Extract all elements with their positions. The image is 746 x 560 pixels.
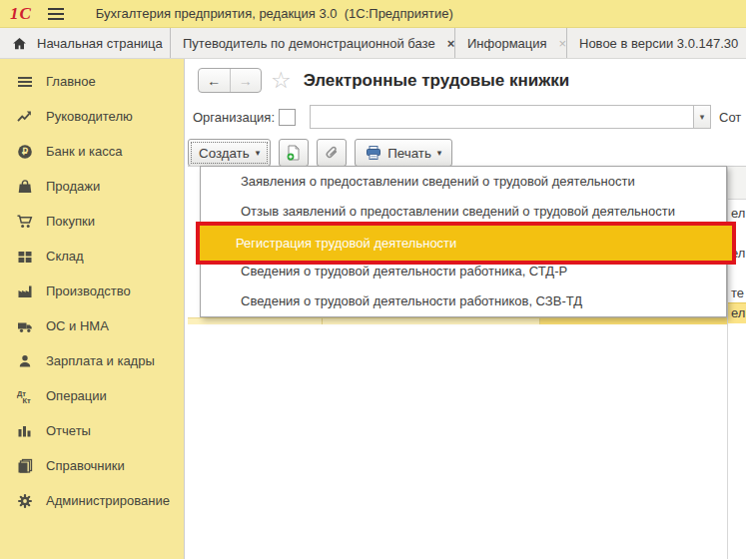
tab-home-page[interactable]: Начальная страница [0,28,170,58]
reference-books-icon [16,458,34,474]
tab-label: Путеводитель по демонстрационной базе [183,36,435,51]
sidebar-item-bank-cash[interactable]: ₽ Банк и касса [0,134,184,169]
tab-bar: Начальная страница Путеводитель по демон… [0,28,746,59]
warehouse-grid-icon [16,249,34,265]
menu-lines-icon [16,74,34,90]
organization-combo: ▾ [310,105,711,129]
selected-row-bottom-strip [188,317,727,324]
sidebar-item-directories[interactable]: Справочники [0,448,184,483]
sidebar-item-reports[interactable]: Отчеты [0,413,184,448]
title-bar: 1С Бухгалтерия предприятия, редакция 3.0… [0,0,746,28]
tab-label: Новое в версии 3.0.147.30 [579,36,738,51]
form-electronic-work-books: ← → ☆ Электронные трудовые книжки Органи… [185,59,746,559]
menu-item-szv-td[interactable]: Сведения о трудовой деятельности работни… [201,286,726,316]
sidebar-item-operations[interactable]: ДтКт Операции [0,378,184,413]
sidebar-item-sales[interactable]: Продажи [0,169,184,204]
ruble-circle-icon: ₽ [16,144,34,160]
row-text-fragment: ел [731,206,745,221]
chevron-down-icon[interactable]: ▾ [693,105,711,129]
create-button[interactable]: Создать ▾ [188,139,271,167]
debit-credit-icon: ДтКт [16,388,34,404]
printer-icon [366,145,381,161]
row-text-fragment: ел [731,305,745,320]
paperclip-icon [324,145,340,161]
trend-up-icon [16,109,34,125]
menu-item-registration-highlighted[interactable]: Регистрация трудовой деятельности [196,222,736,265]
list-toolbar: Создать ▾ Печать [188,139,452,167]
close-icon[interactable]: × [559,36,566,51]
app-window: 1С Бухгалтерия предприятия, редакция 3.0… [0,0,746,560]
home-icon [12,36,27,51]
sidebar-item-salary-hr[interactable]: Зарплата и кадры [0,343,184,378]
shopping-bag-icon [16,179,34,195]
sidebar-item-production[interactable]: Производство [0,274,184,308]
tab-demo-guide[interactable]: Путеводитель по демонстрационной базе × [170,28,454,58]
tab-label: Начальная страница [37,36,163,51]
page-title: Электронные трудовые книжки [304,71,570,91]
svg-text:₽: ₽ [22,146,28,157]
sidebar-item-fixed-assets[interactable]: ОС и НМА [0,308,184,343]
favorite-star-icon[interactable]: ☆ [271,69,292,92]
list-header-fragment [728,167,746,200]
section-sidebar: Главное Руководителю ₽ Банк и касса Прод… [0,59,185,559]
tab-information[interactable]: Информация × [454,28,566,58]
sidebar-item-administration[interactable]: Администрирование [0,483,184,518]
tab-label: Информация [467,36,547,51]
row-text-fragment: те [731,285,744,300]
chevron-down-icon: ▾ [256,148,261,158]
document-plus-icon [286,145,302,161]
sidebar-item-purchases[interactable]: Покупки [0,204,184,239]
menu-item-statements[interactable]: Заявления о предоставлении сведений о тр… [201,167,726,197]
forward-button[interactable]: → [230,69,262,92]
sidebar-item-manager[interactable]: Руководителю [0,99,184,134]
close-icon[interactable]: × [447,36,454,51]
tab-whats-new[interactable]: Новое в версии 3.0.147.30 × [566,28,746,58]
bar-chart-icon [16,423,34,439]
organization-input[interactable] [310,105,693,129]
back-button[interactable]: ← [199,69,230,92]
1c-logo: 1С [10,4,32,24]
main-menu-icon[interactable] [48,8,64,20]
sidebar-item-warehouse[interactable]: Склад [0,239,184,274]
attachments-button[interactable] [317,139,347,167]
svg-text:Кт: Кт [23,396,32,404]
organization-checkbox[interactable] [279,109,296,126]
history-nav-group: ← → [198,68,262,93]
person-icon [16,353,34,369]
window-title: Бухгалтерия предприятия, редакция 3.0 (1… [96,6,453,21]
employee-label-fragment: Сот [719,110,746,125]
organization-label: Организация: [193,110,273,125]
sidebar-item-main[interactable]: Главное [0,64,184,99]
create-new-file-button[interactable] [279,139,309,167]
truck-icon [16,318,34,334]
gear-icon [16,493,34,509]
factory-icon [16,283,34,299]
print-button[interactable]: Печать ▾ [355,139,452,167]
shopping-cart-icon [16,214,34,230]
chevron-down-icon: ▾ [437,148,442,158]
